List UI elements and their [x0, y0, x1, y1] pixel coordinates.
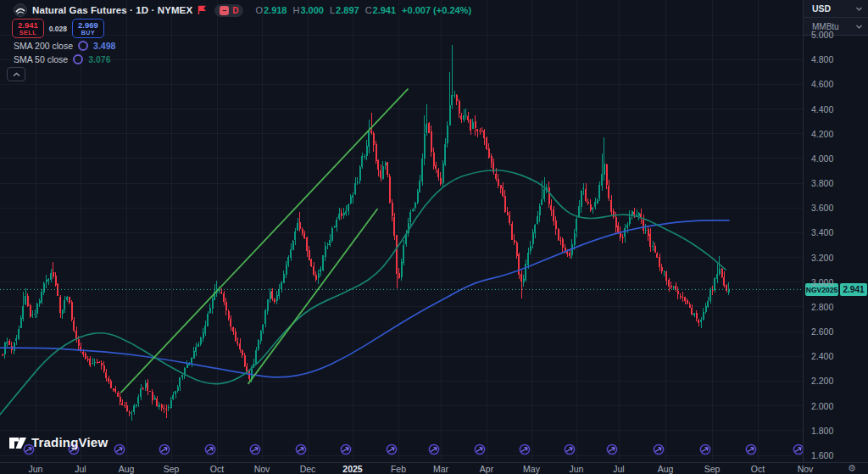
indicator-status-icon: [78, 41, 88, 51]
contract-rollover-icon[interactable]: [386, 443, 398, 455]
market-status-pill[interactable]: – D: [214, 4, 243, 17]
symbol-row: Natural Gas Futures · 1D · NYMEX – D O2.…: [14, 3, 471, 18]
legend-collapse-button[interactable]: [7, 67, 25, 81]
contract-rollover-icon[interactable]: [204, 443, 216, 455]
time-axis-label: Dec: [300, 464, 316, 474]
price-axis-label: 4.800: [811, 54, 833, 64]
time-axis-label: Aug: [658, 464, 674, 474]
sma200-label: SMA 200 close: [14, 41, 73, 51]
time-axis-label: Mar: [433, 464, 448, 474]
contract-rollover-icon[interactable]: [474, 443, 486, 455]
indicator-legend-sma50[interactable]: SMA 50 close 3.076: [14, 54, 110, 64]
symbol-title[interactable]: Natural Gas Futures · 1D · NYMEX: [32, 5, 192, 15]
time-axis-label: Aug: [119, 464, 135, 474]
ohlc-row: O2.918 H3.000 L2.897 C2.941 +0.007 (+0.2…: [255, 5, 471, 15]
contract-rollover-icon[interactable]: [564, 443, 576, 455]
time-axis-label: May: [523, 464, 540, 474]
spread-value: 0.028: [49, 25, 67, 33]
chevron-down-icon: [856, 25, 862, 29]
time-axis[interactable]: ⚙ JunJulAugSepOctNovDec2025FebMarAprMayJ…: [0, 462, 868, 474]
contract-rollover-icon[interactable]: [340, 443, 352, 455]
watermark-text: TradingView: [31, 435, 108, 449]
tradingview-watermark[interactable]: TradingView: [8, 435, 108, 449]
price-axis-label: 2.800: [811, 302, 833, 312]
contract-rollover-icon[interactable]: [653, 443, 665, 455]
price-axis-label: 3.200: [811, 253, 833, 263]
minus-icon: –: [220, 6, 229, 15]
buy-label: BUY: [81, 30, 96, 36]
price-axis-label: 3.400: [811, 227, 833, 237]
time-axis-label: 2025: [342, 464, 362, 474]
price-axis-label: 3.800: [811, 178, 833, 188]
sma50-value: 3.076: [88, 54, 110, 64]
contract-rollover-icon[interactable]: [699, 443, 711, 455]
sell-button[interactable]: 2.941 SELL: [12, 19, 44, 38]
high-label: H: [292, 5, 299, 15]
interval-letter: D: [232, 6, 238, 15]
price-axis-label: 3.600: [811, 203, 833, 213]
symbol-logo-icon[interactable]: [14, 3, 27, 17]
price-axis-label: 2.000: [811, 401, 833, 411]
contract-rollover-icon[interactable]: [295, 443, 307, 455]
contract-rollover-icon[interactable]: [745, 443, 757, 455]
time-axis-label: Feb: [391, 464, 406, 474]
price-chart-canvas[interactable]: [0, 0, 868, 474]
price-axis-label: 4.200: [811, 129, 833, 139]
chevron-up-icon: [13, 72, 20, 77]
contract-rollover-icon[interactable]: [519, 443, 531, 455]
time-axis-label: Sep: [704, 464, 721, 474]
low-value: 2.897: [336, 5, 359, 15]
contract-rollover-icon[interactable]: [114, 443, 125, 455]
price-axis-label: 3.000: [811, 277, 833, 287]
order-panel: 2.941 SELL 0.028 2.969 BUY: [12, 19, 104, 38]
buy-button[interactable]: 2.969 BUY: [72, 19, 104, 38]
time-axis-label: Jul: [75, 464, 86, 474]
time-axis-label: Jun: [570, 464, 584, 474]
close-value: 2.941: [373, 5, 397, 15]
indicator-legend-sma200[interactable]: SMA 200 close 3.498: [14, 41, 115, 51]
contract-rollover-icon[interactable]: [606, 443, 618, 455]
flag-icon[interactable]: [198, 5, 206, 15]
sma200-value: 3.498: [93, 41, 115, 51]
price-axis-label: 5.000: [811, 30, 833, 40]
last-price-badge: 2.941: [840, 283, 867, 296]
tradingview-logo-icon: [8, 436, 27, 449]
contract-rollover-icon[interactable]: [428, 443, 440, 455]
tradingview-chart-window: Natural Gas Futures · 1D · NYMEX – D O2.…: [0, 0, 868, 474]
time-axis-label: Nov: [254, 464, 270, 474]
time-axis-label: Nov: [798, 464, 814, 474]
open-value: 2.918: [264, 5, 287, 15]
price-axis-label: 4.000: [811, 153, 833, 164]
open-label: O: [255, 5, 263, 15]
close-label: C: [365, 5, 372, 15]
price-axis[interactable]: USD MMBtu NGV2025 2.941 5.0004.8004.6004…: [803, 0, 868, 462]
price-axis-label: 2.600: [811, 326, 833, 337]
price-axis-label: 2.200: [811, 376, 833, 386]
change-value: +0.007 (+0.24%): [402, 5, 471, 15]
price-axis-label: 1.600: [811, 450, 833, 460]
sma50-label: SMA 50 close: [14, 54, 68, 64]
currency-selector[interactable]: USD: [804, 0, 868, 18]
price-axis-label: 4.400: [811, 104, 833, 114]
symbol-legend: Natural Gas Futures · 1D · NYMEX – D O2.…: [14, 3, 471, 18]
sma-200-line: [0, 220, 729, 377]
sell-label: SELL: [19, 30, 36, 36]
indicator-status-icon: [73, 54, 83, 64]
contract-rollover-icon[interactable]: [159, 443, 170, 455]
time-axis-label: Apr: [480, 464, 493, 474]
price-axis-label: 4.600: [811, 79, 833, 89]
trendlines-layer[interactable]: [121, 89, 408, 392]
buy-price: 2.969: [78, 21, 98, 30]
time-axis-label: Jun: [29, 464, 43, 474]
time-axis-settings-gear-icon[interactable]: ⚙: [848, 463, 856, 474]
time-axis-label: Jul: [613, 464, 624, 474]
chevron-down-icon: [856, 7, 862, 11]
high-value: 3.000: [300, 5, 324, 15]
sell-price: 2.941: [18, 21, 38, 30]
price-axis-label: 2.400: [811, 351, 833, 361]
low-label: L: [330, 5, 335, 15]
time-axis-label: Oct: [751, 464, 765, 474]
time-axis-label: Oct: [210, 464, 224, 474]
currency-label: USD: [812, 3, 831, 14]
contract-rollover-icon[interactable]: [249, 443, 261, 455]
